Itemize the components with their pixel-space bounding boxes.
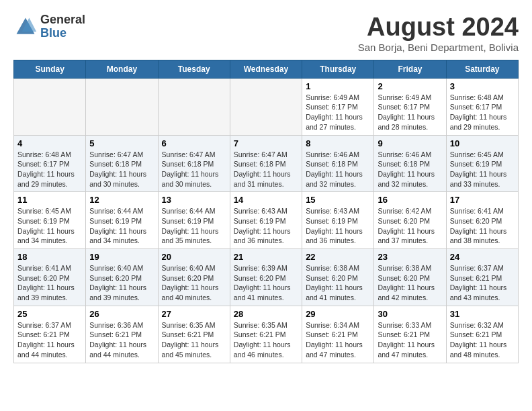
cell-info: Sunrise: 6:47 AM [234,150,298,160]
cell-info: Daylight: 11 hours and 32 minutes. [378,169,442,189]
title-area: August 2024 San Borja, Beni Department, … [358,13,519,53]
calendar-cell: 3Sunrise: 6:48 AMSunset: 6:17 PMDaylight… [446,78,518,135]
day-number: 18 [17,252,82,262]
day-header-wednesday: Wednesday [230,60,302,78]
cell-info: Sunset: 6:19 PM [450,159,515,169]
calendar-cell [230,78,302,135]
cell-info: Daylight: 11 hours and 45 minutes. [162,340,226,359]
cell-info: Sunset: 6:20 PM [162,273,226,283]
cell-info: Sunset: 6:19 PM [162,216,226,226]
cell-info: Daylight: 11 hours and 34 minutes. [89,226,154,246]
cell-info: Sunset: 6:17 PM [450,102,515,112]
logo-general-text: General [40,13,85,27]
cell-info: Sunset: 6:21 PM [378,330,442,340]
cell-info: Daylight: 11 hours and 40 minutes. [162,283,226,302]
cell-info: Sunset: 6:21 PM [450,273,515,283]
cell-info: Sunset: 6:20 PM [378,216,442,226]
cell-info: Daylight: 11 hours and 32 minutes. [306,169,370,189]
calendar-cell: 27Sunrise: 6:35 AMSunset: 6:21 PMDayligh… [158,306,230,363]
cell-info: Sunset: 6:21 PM [162,330,226,340]
cell-info: Sunrise: 6:41 AM [17,263,82,273]
page-title: August 2024 [358,13,519,42]
cell-info: Sunset: 6:18 PM [378,159,442,169]
cell-info: Sunset: 6:20 PM [450,216,515,226]
day-number: 19 [89,252,154,262]
cell-info: Sunrise: 6:40 AM [162,263,226,273]
calendar-cell: 31Sunrise: 6:32 AMSunset: 6:21 PMDayligh… [446,306,518,363]
day-number: 12 [89,195,154,205]
cell-info: Daylight: 11 hours and 33 minutes. [450,169,515,189]
cell-info: Sunset: 6:20 PM [378,273,442,283]
cell-info: Sunrise: 6:35 AM [234,320,298,330]
page-subtitle: San Borja, Beni Department, Bolivia [358,42,519,53]
day-number: 3 [450,81,515,91]
cell-info: Sunrise: 6:32 AM [450,320,515,330]
cell-info: Sunrise: 6:49 AM [378,93,442,103]
calendar-cell: 20Sunrise: 6:40 AMSunset: 6:20 PMDayligh… [158,249,230,306]
calendar-cell: 25Sunrise: 6:37 AMSunset: 6:21 PMDayligh… [14,306,86,363]
day-header-tuesday: Tuesday [158,60,230,78]
calendar-cell: 15Sunrise: 6:43 AMSunset: 6:19 PMDayligh… [302,192,374,249]
day-number: 23 [378,252,442,262]
day-number: 15 [306,195,370,205]
day-number: 31 [450,309,515,319]
calendar-cell: 22Sunrise: 6:38 AMSunset: 6:20 PMDayligh… [302,249,374,306]
calendar-cell [158,78,230,135]
cell-info: Sunrise: 6:42 AM [378,206,442,216]
calendar-cell: 11Sunrise: 6:45 AMSunset: 6:19 PMDayligh… [14,192,86,249]
day-number: 28 [234,309,298,319]
day-number: 4 [17,138,82,148]
cell-info: Sunrise: 6:40 AM [89,263,154,273]
cell-info: Daylight: 11 hours and 41 minutes. [234,283,298,302]
day-number: 13 [162,195,226,205]
week-row-3: 11Sunrise: 6:45 AMSunset: 6:19 PMDayligh… [14,192,519,249]
cell-info: Sunset: 6:20 PM [89,273,154,283]
cell-info: Sunset: 6:19 PM [306,216,370,226]
cell-info: Sunrise: 6:47 AM [89,150,154,160]
calendar-cell: 28Sunrise: 6:35 AMSunset: 6:21 PMDayligh… [230,306,302,363]
cell-info: Sunrise: 6:44 AM [89,206,154,216]
cell-info: Daylight: 11 hours and 46 minutes. [234,340,298,359]
cell-info: Sunrise: 6:48 AM [450,93,515,103]
calendar-cell: 21Sunrise: 6:39 AMSunset: 6:20 PMDayligh… [230,249,302,306]
calendar-cell: 26Sunrise: 6:36 AMSunset: 6:21 PMDayligh… [86,306,158,363]
day-header-saturday: Saturday [446,60,518,78]
cell-info: Daylight: 11 hours and 28 minutes. [378,112,442,132]
day-number: 5 [89,138,154,148]
calendar-cell: 14Sunrise: 6:43 AMSunset: 6:19 PMDayligh… [230,192,302,249]
day-number: 9 [378,138,442,148]
cell-info: Sunrise: 6:44 AM [162,206,226,216]
cell-info: Sunrise: 6:45 AM [17,206,82,216]
cell-info: Sunrise: 6:37 AM [450,263,515,273]
calendar-cell: 24Sunrise: 6:37 AMSunset: 6:21 PMDayligh… [446,249,518,306]
cell-info: Sunrise: 6:49 AM [306,93,370,103]
cell-info: Daylight: 11 hours and 42 minutes. [378,283,442,302]
cell-info: Sunrise: 6:43 AM [306,206,370,216]
day-header-monday: Monday [86,60,158,78]
logo-blue-text: Blue [40,27,85,40]
day-number: 6 [162,138,226,148]
cell-info: Sunset: 6:19 PM [89,216,154,226]
calendar-cell [14,78,86,135]
cell-info: Sunrise: 6:43 AM [234,206,298,216]
cell-info: Daylight: 11 hours and 38 minutes. [450,226,515,246]
cell-info: Sunset: 6:21 PM [306,330,370,340]
calendar-cell: 18Sunrise: 6:41 AMSunset: 6:20 PMDayligh… [14,249,86,306]
day-number: 16 [378,195,442,205]
header: General Blue August 2024 San Borja, Beni… [13,13,519,53]
cell-info: Sunset: 6:18 PM [234,159,298,169]
cell-info: Sunrise: 6:36 AM [89,320,154,330]
cell-info: Sunrise: 6:46 AM [306,150,370,160]
cell-info: Sunrise: 6:33 AM [378,320,442,330]
calendar-cell: 5Sunrise: 6:47 AMSunset: 6:18 PMDaylight… [86,135,158,192]
cell-info: Sunset: 6:17 PM [306,102,370,112]
day-number: 14 [234,195,298,205]
cell-info: Sunset: 6:18 PM [162,159,226,169]
cell-info: Daylight: 11 hours and 31 minutes. [234,169,298,189]
cell-info: Sunset: 6:19 PM [234,216,298,226]
calendar-cell: 4Sunrise: 6:48 AMSunset: 6:17 PMDaylight… [14,135,86,192]
calendar-cell: 29Sunrise: 6:34 AMSunset: 6:21 PMDayligh… [302,306,374,363]
cell-info: Daylight: 11 hours and 39 minutes. [89,283,154,302]
day-number: 30 [378,309,442,319]
cell-info: Sunrise: 6:37 AM [17,320,82,330]
